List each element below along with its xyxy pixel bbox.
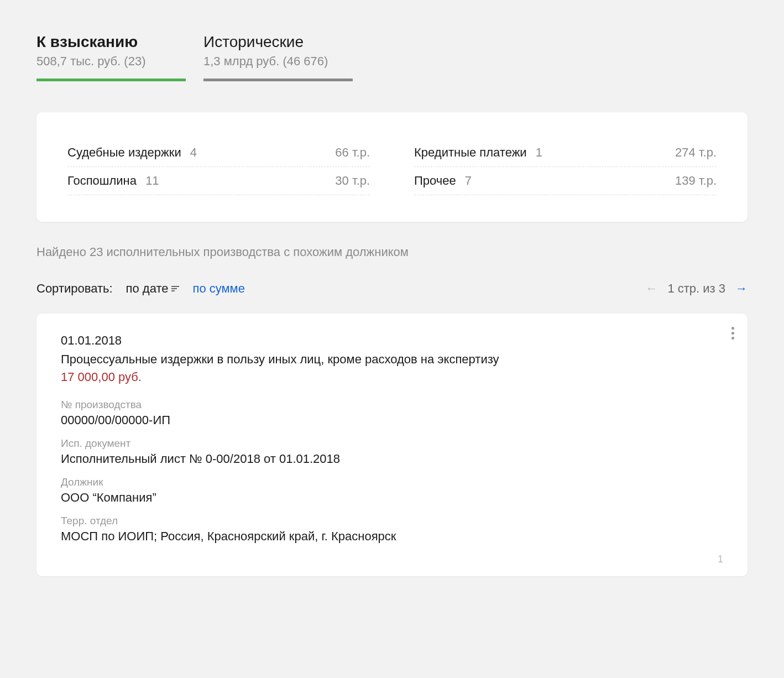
summary-label: Прочее — [414, 174, 456, 187]
card-title: Процессуальные издержки в пользу иных ли… — [61, 352, 723, 367]
summary-label-wrap: Судебные издержки 4 — [67, 145, 197, 160]
pager-prev-icon[interactable]: ← — [645, 281, 657, 296]
summary-value: 66 т.р. — [335, 145, 370, 160]
sort-desc-icon — [171, 286, 179, 291]
summary-col-left: Судебные издержки 4 66 т.р. Госпошлина 1… — [67, 139, 370, 195]
tab-underline — [36, 79, 186, 81]
tab-underline — [203, 79, 353, 81]
tab-subtitle: 1,3 млрд руб. (46 676) — [203, 54, 353, 69]
tab-recovery[interactable]: К взысканию 508,7 тыс. руб. (23) — [36, 33, 186, 95]
summary-count: 1 — [536, 145, 542, 159]
pager-text: 1 стр. из 3 — [667, 281, 725, 296]
dept-value: МОСП по ИОИП; Россия, Красноярский край,… — [61, 529, 723, 544]
sort-label: Сортировать: — [36, 281, 113, 296]
tab-title: К взысканию — [36, 33, 186, 51]
dots-vertical-icon — [731, 337, 734, 340]
summary-label: Госпошлина — [67, 174, 137, 187]
doc-label: Исп. документ — [61, 437, 723, 450]
dots-vertical-icon — [731, 327, 734, 330]
pager-next-icon[interactable]: → — [735, 281, 748, 296]
dept-label: Терр. отдел — [61, 515, 723, 527]
debtor-label: Должник — [61, 476, 723, 488]
case-number-label: № производства — [61, 399, 723, 411]
card-amount: 17 000,00 руб. — [61, 370, 723, 384]
summary-count: 4 — [190, 145, 197, 159]
summary-row[interactable]: Госпошлина 11 30 т.р. — [67, 167, 370, 195]
summary-label-wrap: Госпошлина 11 — [67, 174, 159, 188]
found-text: Найдено 23 исполнительных производства с… — [36, 245, 748, 259]
tab-title: Исторические — [203, 33, 353, 51]
card-date: 01.01.2018 — [61, 333, 723, 348]
dots-vertical-icon — [731, 332, 734, 335]
case-number-value: 00000/00/00000-ИП — [61, 413, 723, 427]
card-index: 1 — [61, 554, 723, 565]
debtor-value: ООО “Компания” — [61, 491, 723, 505]
card-menu-button[interactable] — [731, 325, 734, 342]
tabs: К взысканию 508,7 тыс. руб. (23) Историч… — [36, 33, 748, 95]
summary-row[interactable]: Прочее 7 139 т.р. — [414, 167, 717, 195]
summary-label: Кредитные платежи — [414, 145, 527, 159]
summary-row[interactable]: Кредитные платежи 1 274 т.р. — [414, 139, 717, 167]
summary-value: 274 т.р. — [675, 145, 717, 160]
summary-value: 30 т.р. — [335, 174, 370, 188]
sort-by-sum[interactable]: по сумме — [192, 281, 245, 296]
summary-value: 139 т.р. — [675, 174, 717, 188]
sort-by-date[interactable]: по дате — [126, 281, 180, 296]
page-container: К взысканию 508,7 тыс. руб. (23) Историч… — [17, 17, 767, 593]
summary-label-wrap: Кредитные платежи 1 — [414, 145, 542, 160]
sort-by-date-label: по дате — [126, 281, 169, 296]
summary-label-wrap: Прочее 7 — [414, 174, 472, 188]
summary-count: 7 — [465, 174, 472, 187]
tab-historical[interactable]: Исторические 1,3 млрд руб. (46 676) — [203, 33, 353, 95]
summary-count: 11 — [145, 174, 159, 187]
summary-col-right: Кредитные платежи 1 274 т.р. Прочее 7 13… — [414, 139, 717, 195]
sort-controls: Сортировать: по дате по сумме — [36, 281, 245, 296]
result-card: 01.01.2018 Процессуальные издержки в пол… — [36, 314, 748, 576]
sort-row: Сортировать: по дате по сумме ← 1 стр. и… — [36, 281, 748, 296]
summary-label: Судебные издержки — [67, 145, 181, 159]
summary-card: Судебные издержки 4 66 т.р. Госпошлина 1… — [36, 112, 748, 222]
tab-subtitle: 508,7 тыс. руб. (23) — [36, 54, 186, 69]
doc-value: Исполнительный лист № 0-00/2018 от 01.01… — [61, 452, 723, 466]
summary-row[interactable]: Судебные издержки 4 66 т.р. — [67, 139, 370, 167]
pager: ← 1 стр. из 3 → — [645, 281, 748, 296]
